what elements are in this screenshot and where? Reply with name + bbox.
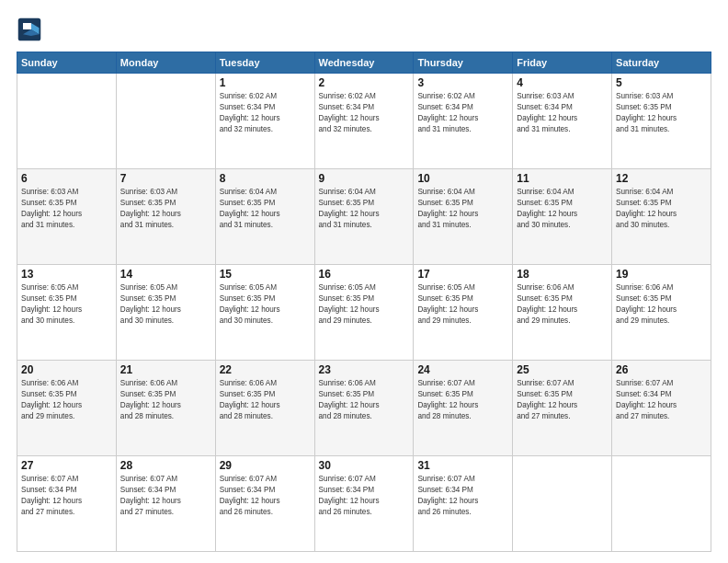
day-number: 1: [220, 76, 311, 89]
calendar-body: 1Sunrise: 6:02 AM Sunset: 6:34 PM Daylig…: [17, 74, 711, 552]
day-number: 21: [120, 363, 211, 376]
day-info: Sunrise: 6:07 AM Sunset: 6:34 PM Dayligh…: [319, 474, 410, 518]
day-number: 19: [616, 268, 707, 281]
day-number: 8: [220, 172, 311, 185]
header: [17, 17, 711, 42]
calendar-cell: 4Sunrise: 6:03 AM Sunset: 6:34 PM Daylig…: [513, 74, 612, 169]
day-info: Sunrise: 6:07 AM Sunset: 6:34 PM Dayligh…: [21, 474, 112, 518]
day-info: Sunrise: 6:07 AM Sunset: 6:34 PM Dayligh…: [120, 474, 211, 518]
calendar-cell: 1Sunrise: 6:02 AM Sunset: 6:34 PM Daylig…: [215, 74, 314, 169]
day-info: Sunrise: 6:05 AM Sunset: 6:35 PM Dayligh…: [319, 282, 410, 327]
day-info: Sunrise: 6:07 AM Sunset: 6:34 PM Dayligh…: [417, 474, 508, 518]
day-number: 20: [21, 363, 112, 376]
calendar-cell: 6Sunrise: 6:03 AM Sunset: 6:35 PM Daylig…: [17, 169, 117, 265]
day-number: 6: [21, 172, 112, 185]
day-number: 27: [21, 459, 112, 472]
day-info: Sunrise: 6:02 AM Sunset: 6:34 PM Dayligh…: [220, 91, 311, 135]
day-number: 5: [616, 76, 707, 89]
day-number: 11: [517, 172, 608, 185]
calendar-cell: 22Sunrise: 6:06 AM Sunset: 6:35 PM Dayli…: [215, 361, 314, 456]
page: SundayMondayTuesdayWednesdayThursdayFrid…: [0, 0, 728, 563]
weekday-header: Saturday: [612, 52, 711, 74]
calendar-cell: 25Sunrise: 6:07 AM Sunset: 6:35 PM Dayli…: [513, 361, 612, 456]
day-number: 28: [120, 459, 211, 472]
calendar-cell: 9Sunrise: 6:04 AM Sunset: 6:35 PM Daylig…: [314, 169, 414, 265]
day-number: 31: [417, 459, 508, 472]
day-info: Sunrise: 6:05 AM Sunset: 6:35 PM Dayligh…: [21, 282, 112, 327]
calendar-cell: 20Sunrise: 6:06 AM Sunset: 6:35 PM Dayli…: [17, 361, 117, 456]
calendar-cell: 10Sunrise: 6:04 AM Sunset: 6:35 PM Dayli…: [414, 169, 513, 265]
calendar-cell: 24Sunrise: 6:07 AM Sunset: 6:35 PM Dayli…: [414, 361, 513, 456]
calendar-cell: 13Sunrise: 6:05 AM Sunset: 6:35 PM Dayli…: [17, 265, 117, 361]
day-number: 14: [120, 268, 211, 281]
day-info: Sunrise: 6:06 AM Sunset: 6:35 PM Dayligh…: [220, 378, 311, 422]
calendar-cell: 27Sunrise: 6:07 AM Sunset: 6:34 PM Dayli…: [17, 456, 117, 552]
calendar-week-row: 1Sunrise: 6:02 AM Sunset: 6:34 PM Daylig…: [17, 74, 711, 169]
day-number: 17: [417, 268, 508, 281]
day-info: Sunrise: 6:07 AM Sunset: 6:34 PM Dayligh…: [220, 474, 311, 518]
day-info: Sunrise: 6:06 AM Sunset: 6:35 PM Dayligh…: [319, 378, 410, 422]
day-number: 22: [220, 363, 311, 376]
calendar-cell: [612, 456, 711, 552]
day-number: 23: [319, 363, 410, 376]
calendar-header-row: SundayMondayTuesdayWednesdayThursdayFrid…: [17, 52, 711, 74]
weekday-header: Friday: [513, 52, 612, 74]
day-info: Sunrise: 6:02 AM Sunset: 6:34 PM Dayligh…: [319, 91, 410, 135]
day-info: Sunrise: 6:07 AM Sunset: 6:34 PM Dayligh…: [616, 378, 707, 422]
weekday-header: Thursday: [414, 52, 513, 74]
calendar-week-row: 6Sunrise: 6:03 AM Sunset: 6:35 PM Daylig…: [17, 169, 711, 265]
calendar-cell: [513, 456, 612, 552]
calendar-cell: 23Sunrise: 6:06 AM Sunset: 6:35 PM Dayli…: [314, 361, 414, 456]
weekday-header: Monday: [116, 52, 215, 74]
day-number: 3: [417, 76, 508, 89]
calendar-cell: 26Sunrise: 6:07 AM Sunset: 6:34 PM Dayli…: [612, 361, 711, 456]
day-info: Sunrise: 6:05 AM Sunset: 6:35 PM Dayligh…: [417, 282, 508, 327]
calendar-cell: 7Sunrise: 6:03 AM Sunset: 6:35 PM Daylig…: [116, 169, 215, 265]
calendar-cell: 31Sunrise: 6:07 AM Sunset: 6:34 PM Dayli…: [414, 456, 513, 552]
calendar-cell: 8Sunrise: 6:04 AM Sunset: 6:35 PM Daylig…: [215, 169, 314, 265]
logo-icon: [17, 17, 42, 42]
calendar-cell: [17, 74, 117, 169]
calendar-cell: 17Sunrise: 6:05 AM Sunset: 6:35 PM Dayli…: [414, 265, 513, 361]
calendar-cell: [116, 74, 215, 169]
weekday-header: Wednesday: [314, 52, 414, 74]
day-number: 15: [220, 268, 311, 281]
day-number: 12: [616, 172, 707, 185]
day-info: Sunrise: 6:07 AM Sunset: 6:35 PM Dayligh…: [417, 378, 508, 422]
day-info: Sunrise: 6:06 AM Sunset: 6:35 PM Dayligh…: [616, 282, 707, 327]
day-info: Sunrise: 6:03 AM Sunset: 6:34 PM Dayligh…: [517, 91, 608, 135]
day-number: 25: [517, 363, 608, 376]
day-info: Sunrise: 6:03 AM Sunset: 6:35 PM Dayligh…: [120, 187, 211, 231]
day-info: Sunrise: 6:04 AM Sunset: 6:35 PM Dayligh…: [220, 187, 311, 231]
calendar-cell: 18Sunrise: 6:06 AM Sunset: 6:35 PM Dayli…: [513, 265, 612, 361]
day-info: Sunrise: 6:02 AM Sunset: 6:34 PM Dayligh…: [417, 91, 508, 135]
day-info: Sunrise: 6:04 AM Sunset: 6:35 PM Dayligh…: [616, 187, 707, 231]
day-info: Sunrise: 6:06 AM Sunset: 6:35 PM Dayligh…: [21, 378, 112, 422]
day-number: 24: [417, 363, 508, 376]
calendar-cell: 5Sunrise: 6:03 AM Sunset: 6:35 PM Daylig…: [612, 74, 711, 169]
day-info: Sunrise: 6:04 AM Sunset: 6:35 PM Dayligh…: [417, 187, 508, 231]
day-number: 29: [220, 459, 311, 472]
logo: [17, 17, 46, 42]
calendar-week-row: 20Sunrise: 6:06 AM Sunset: 6:35 PM Dayli…: [17, 361, 711, 456]
day-number: 9: [319, 172, 410, 185]
calendar-week-row: 13Sunrise: 6:05 AM Sunset: 6:35 PM Dayli…: [17, 265, 711, 361]
day-info: Sunrise: 6:04 AM Sunset: 6:35 PM Dayligh…: [517, 187, 608, 231]
day-info: Sunrise: 6:07 AM Sunset: 6:35 PM Dayligh…: [517, 378, 608, 422]
calendar-cell: 21Sunrise: 6:06 AM Sunset: 6:35 PM Dayli…: [116, 361, 215, 456]
day-number: 26: [616, 363, 707, 376]
calendar-cell: 15Sunrise: 6:05 AM Sunset: 6:35 PM Dayli…: [215, 265, 314, 361]
day-info: Sunrise: 6:05 AM Sunset: 6:35 PM Dayligh…: [220, 282, 311, 327]
weekday-header: Tuesday: [215, 52, 314, 74]
calendar-cell: 3Sunrise: 6:02 AM Sunset: 6:34 PM Daylig…: [414, 74, 513, 169]
day-number: 18: [517, 268, 608, 281]
day-info: Sunrise: 6:06 AM Sunset: 6:35 PM Dayligh…: [517, 282, 608, 327]
day-info: Sunrise: 6:04 AM Sunset: 6:35 PM Dayligh…: [319, 187, 410, 231]
day-number: 2: [319, 76, 410, 89]
svg-marker-3: [23, 23, 31, 29]
calendar-cell: 12Sunrise: 6:04 AM Sunset: 6:35 PM Dayli…: [612, 169, 711, 265]
day-number: 7: [120, 172, 211, 185]
calendar-cell: 14Sunrise: 6:05 AM Sunset: 6:35 PM Dayli…: [116, 265, 215, 361]
weekday-header: Sunday: [17, 52, 117, 74]
day-number: 13: [21, 268, 112, 281]
